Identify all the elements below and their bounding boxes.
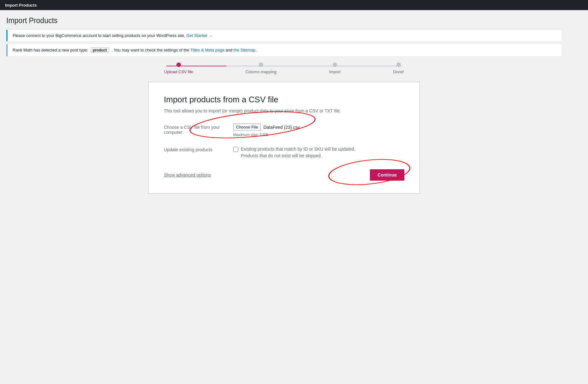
step-done: Done! [393,63,404,74]
import-card-container: Import products from a CSV file This too… [148,82,420,194]
post-type-badge: product [91,47,109,53]
update-products-description: Existing products that match by ID or SK… [241,146,355,159]
form-footer: Show advanced options Continue [164,169,404,181]
step-label-column-mapping: Column mapping [246,69,276,74]
update-checkbox-row: Existing products that match by ID or SK… [233,146,404,159]
update-desc-line2: Products that do not exist will be skipp… [241,153,322,158]
step-label-done: Done! [393,69,404,74]
max-size-label: Maximum size: 2 GB [233,133,404,137]
file-input-wrapper: Choose File DataFeed (23).csv [233,123,404,131]
sitemap-link[interactable]: the Sitemap [234,48,255,52]
stepper: Upload CSV file Column mapping Import Do… [6,63,562,74]
update-products-row: Update existing products Existing produc… [164,146,404,159]
step-dot-column-mapping [259,63,263,67]
bigcommerce-notice: Please connect to your BigCommerce accou… [6,30,562,41]
import-card-description: This tool allows you to import (or merge… [164,108,404,113]
bigcommerce-notice-text: Please connect to your BigCommerce accou… [13,33,185,38]
selected-file-name: DataFeed (23).csv [263,125,300,130]
update-products-checkbox[interactable] [233,147,238,152]
update-products-label: Update existing products [164,146,233,152]
step-upload: Upload CSV file [164,63,193,74]
rankmath-notice: Rank Math has detected a new post type: … [6,44,562,56]
top-bar: Import Products [0,0,588,10]
step-label-upload: Upload CSV file [164,69,193,74]
step-dot-import [333,63,337,67]
page-content: Import Products Please connect to your B… [0,10,568,200]
step-label-import: Import [329,69,341,74]
step-column-mapping: Column mapping [246,63,276,74]
step-dot-upload [176,63,181,67]
page-title: Import Products [6,16,562,25]
update-desc-line1: Existing products that match by ID or SK… [241,147,355,152]
show-advanced-options-link[interactable]: Show advanced options [164,172,211,177]
titles-meta-link[interactable]: Titles & Meta page [190,48,224,52]
steps-track: Upload CSV file Column mapping Import Do… [164,63,404,74]
rankmath-prefix: Rank Math has detected a new post type: [13,48,88,52]
step-dot-done [396,63,401,67]
step-import: Import [329,63,341,74]
import-card-title: Import products from a CSV file [164,95,404,105]
choose-file-button[interactable]: Choose File [233,123,261,131]
import-card: Import products from a CSV file This too… [148,82,420,194]
file-input-control: Choose File DataFeed (23).csv Maximum si… [233,123,404,137]
file-input-label: Choose a CSV file from your computer: [164,123,233,135]
file-input-row: Choose a CSV file from your computer: Ch… [164,123,404,137]
rankmath-and: and [225,48,232,52]
top-bar-title: Import Products [5,3,37,8]
continue-button[interactable]: Continue [370,169,404,181]
rankmath-suffix: . [257,48,258,52]
get-started-link[interactable]: Get Started → [186,33,212,38]
rankmath-middle: . You may want to check the settings of … [111,48,189,52]
update-products-control: Existing products that match by ID or SK… [233,146,404,159]
